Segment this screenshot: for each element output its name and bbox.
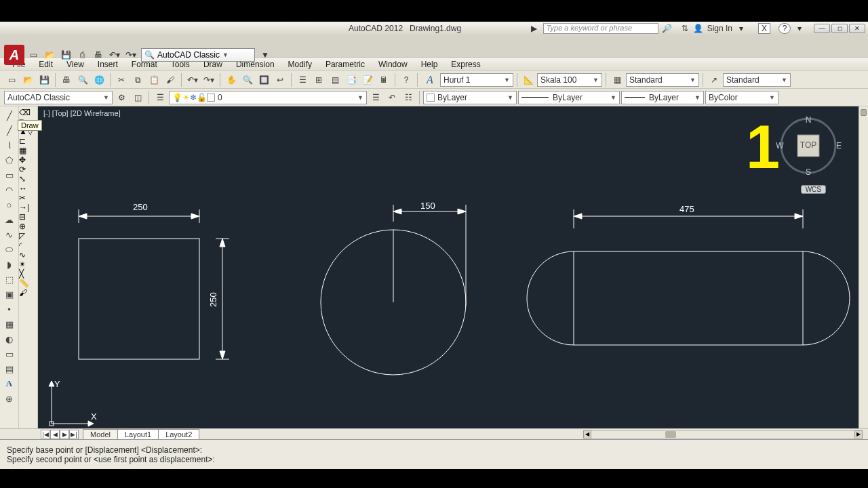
search-input[interactable]: Type a keyword or phrase	[543, 23, 658, 34]
table-tool[interactable]: ▤	[0, 361, 18, 376]
redo-icon[interactable]: ↷▾	[201, 73, 216, 87]
command-line[interactable]: Specify base point or [Displacement] <Di…	[0, 439, 868, 469]
undo-icon[interactable]: ↶▾	[185, 73, 200, 87]
blend-tool[interactable]: ∿	[19, 250, 37, 260]
workspace-combo[interactable]: AutoCAD Classic▼	[4, 91, 113, 104]
match-icon[interactable]: 🖌	[163, 73, 178, 87]
mleader-style-icon[interactable]: ↗	[707, 73, 722, 87]
table-style-combo[interactable]: Standard▼	[626, 73, 699, 87]
help-dropdown-icon[interactable]: ▾	[795, 24, 804, 33]
hscroll-left[interactable]: ◀	[583, 430, 591, 439]
menu-parametric[interactable]: Parametric	[319, 58, 372, 70]
vertical-scrollbar[interactable]	[859, 106, 868, 428]
layer-props-icon[interactable]: ☰	[153, 90, 167, 105]
workspace-save-icon[interactable]: ◫	[130, 90, 145, 105]
viewport-label[interactable]: [-] [Top] [2D Wireframe]	[43, 109, 121, 117]
quickcalc-icon[interactable]: 🖩	[376, 73, 391, 87]
linetype-combo[interactable]: ByLayer▼	[518, 91, 620, 104]
revcloud-tool[interactable]: ☁	[0, 212, 18, 227]
qat-undo-icon[interactable]: ↶▾	[108, 49, 121, 61]
explode-tool[interactable]: ✴	[19, 260, 37, 269]
new-icon[interactable]: ▭	[4, 73, 19, 87]
zoom-window-icon[interactable]: 🔲	[256, 73, 271, 87]
line-tool[interactable]: ╱	[0, 108, 18, 123]
sign-in-link[interactable]: Sign In	[707, 24, 732, 33]
tab-nav-last[interactable]: ▶|	[69, 430, 79, 439]
dim-style-combo[interactable]: Skala 100▼	[537, 73, 602, 87]
scale-tool[interactable]: ⤡	[19, 174, 37, 184]
menu-modify[interactable]: Modify	[281, 58, 319, 70]
sheetset-icon[interactable]: 📑	[344, 73, 359, 87]
insert-tool[interactable]: ⬚	[0, 272, 18, 287]
rectangle-tool[interactable]: ▭	[0, 167, 18, 182]
publish-icon[interactable]: 🌐	[92, 73, 106, 87]
dcenter-icon[interactable]: ⊞	[311, 73, 326, 87]
mtext-tool[interactable]: A	[0, 376, 18, 391]
zoom-prev-icon[interactable]: ↩	[273, 73, 288, 87]
stretch-tool[interactable]: ↔	[19, 184, 37, 193]
arc-tool[interactable]: ◠	[0, 182, 18, 197]
trim-tool[interactable]: ✂	[19, 193, 37, 203]
ellipse-tool[interactable]: ⬭	[0, 242, 18, 257]
qat-print-icon[interactable]: 🖶	[92, 49, 104, 61]
block-tool[interactable]: ▣	[0, 287, 18, 302]
tab-model[interactable]: Model	[83, 429, 118, 439]
tab-layout2[interactable]: Layout2	[158, 429, 199, 439]
construction-tool[interactable]: ╳	[19, 269, 37, 279]
addselected-tool[interactable]: ⊕	[0, 391, 18, 406]
text-style-combo[interactable]: Huruf 1▼	[440, 73, 513, 87]
hscroll-right[interactable]: ▶	[854, 430, 863, 439]
copy-icon[interactable]: ⧉	[130, 73, 145, 87]
hatch-tool[interactable]: ▦	[0, 317, 18, 331]
exchange-app-icon[interactable]: X	[758, 23, 770, 34]
pan-icon[interactable]: ✋	[224, 73, 239, 87]
table-style-icon[interactable]: ▦	[610, 73, 625, 87]
lineweight-combo[interactable]: ByLayer▼	[621, 91, 704, 104]
extend-tool[interactable]: →|	[19, 203, 37, 212]
chevron-down-icon[interactable]: ▾	[736, 24, 746, 33]
qat-saveas-icon[interactable]: ⎙	[76, 49, 88, 61]
paste-icon[interactable]: 📋	[146, 73, 161, 87]
rotate-tool[interactable]: ⟳	[19, 165, 37, 174]
qat-dropdown-icon[interactable]: ▼	[259, 49, 271, 61]
qat-save-icon[interactable]: 💾	[60, 49, 72, 61]
color-combo[interactable]: ByLayer▼	[423, 91, 517, 104]
tab-nav-first[interactable]: |◀	[41, 430, 50, 439]
zoom-rt-icon[interactable]: 🔍	[240, 73, 255, 87]
plotstyle-combo[interactable]: ByColor▼	[705, 91, 778, 104]
search-go-icon[interactable]: 🔎	[663, 24, 672, 33]
view-cube[interactable]: N S E W TOP	[774, 112, 842, 180]
join-tool[interactable]: ⊕	[19, 222, 37, 231]
minimize-button[interactable]: —	[814, 24, 830, 33]
qat-redo-icon[interactable]: ↷▾	[125, 49, 137, 61]
horizontal-scrollbar[interactable]: ◀ ▶	[583, 430, 863, 439]
app-logo-menu[interactable]: A	[4, 45, 24, 65]
cut-icon[interactable]: ✂	[114, 73, 129, 87]
chamfer-tool[interactable]: ◸	[19, 231, 37, 241]
fillet-tool[interactable]: ◜	[19, 241, 37, 250]
markup-icon[interactable]: 📝	[360, 73, 375, 87]
tab-nav-next[interactable]: ▶	[60, 430, 69, 439]
point-tool[interactable]: •	[0, 302, 18, 317]
menu-window[interactable]: Window	[372, 58, 414, 70]
tab-nav-prev[interactable]: ◀	[50, 430, 60, 439]
help-toolbar-icon[interactable]: ?	[399, 73, 414, 87]
toolpalette-icon[interactable]: ▤	[328, 73, 342, 87]
plot-icon[interactable]: 🖶	[59, 73, 74, 87]
polygon-tool[interactable]: ⬠	[0, 152, 18, 167]
dim-style-icon[interactable]: 📐	[521, 73, 536, 87]
measure-tool[interactable]: 📏	[19, 279, 37, 288]
tab-layout1[interactable]: Layout1	[117, 429, 159, 439]
drawing-canvas[interactable]: Draw [-] [Top] [2D Wireframe] 1 N S E W …	[38, 106, 868, 428]
text-style-button[interactable]: A	[421, 73, 439, 87]
properties-icon[interactable]: ☰	[295, 73, 310, 87]
maximize-button[interactable]: ◻	[831, 24, 848, 33]
paint-tool[interactable]: 🖌	[19, 288, 37, 298]
workspace-settings-icon[interactable]: ⚙	[114, 90, 129, 105]
wcs-badge[interactable]: WCS	[801, 185, 826, 194]
menu-help[interactable]: Help	[414, 58, 445, 70]
array-tool[interactable]: ▦	[19, 146, 37, 155]
region-tool[interactable]: ▭	[0, 346, 18, 361]
layer-combo[interactable]: 💡☀❄🔓0▼	[169, 91, 367, 104]
help-icon[interactable]: ?	[778, 23, 791, 34]
